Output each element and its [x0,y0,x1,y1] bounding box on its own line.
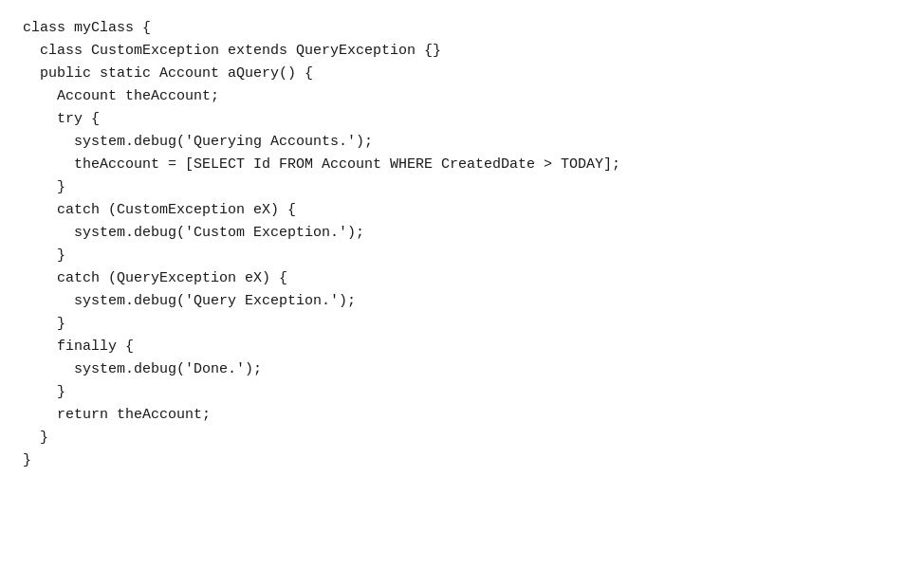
code-block: class myClass { class CustomException ex… [23,17,901,472]
code-container: class myClass { class CustomException ex… [0,0,924,586]
